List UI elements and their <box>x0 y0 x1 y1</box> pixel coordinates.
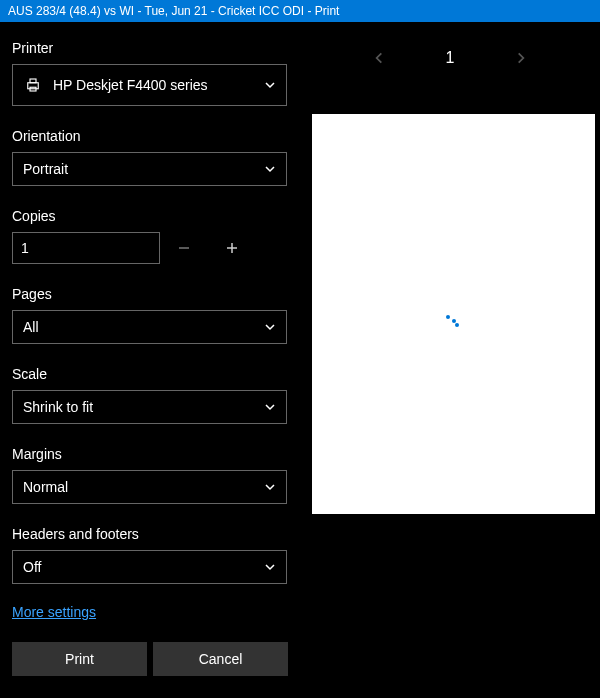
orientation-value: Portrait <box>23 161 68 177</box>
margins-select[interactable]: Normal <box>12 470 287 504</box>
headers-footers-label: Headers and footers <box>12 526 288 542</box>
scale-select[interactable]: Shrink to fit <box>12 390 287 424</box>
copies-label: Copies <box>12 208 288 224</box>
printer-select[interactable]: HP Deskjet F4400 series <box>12 64 287 106</box>
prev-page-button[interactable] <box>372 51 386 65</box>
dialog-content: Printer HP Deskjet F4400 series Orientat… <box>0 22 600 698</box>
printer-label: Printer <box>12 40 288 56</box>
scale-value: Shrink to fit <box>23 399 93 415</box>
copies-row <box>12 232 288 264</box>
cancel-button[interactable]: Cancel <box>153 642 288 676</box>
copies-decrement-button[interactable] <box>160 232 208 264</box>
page-number: 1 <box>446 49 455 67</box>
pages-value: All <box>23 319 39 335</box>
loading-spinner-icon <box>445 305 463 323</box>
margins-label: Margins <box>12 446 288 462</box>
settings-panel: Printer HP Deskjet F4400 series Orientat… <box>0 22 300 698</box>
headers-footers-select[interactable]: Off <box>12 550 287 584</box>
orientation-select[interactable]: Portrait <box>12 152 287 186</box>
printer-value: HP Deskjet F4400 series <box>53 77 208 93</box>
next-page-button[interactable] <box>514 51 528 65</box>
chevron-down-icon <box>264 79 276 91</box>
preview-page <box>312 114 595 514</box>
chevron-down-icon <box>264 481 276 493</box>
print-button[interactable]: Print <box>12 642 147 676</box>
more-settings-link[interactable]: More settings <box>12 604 96 620</box>
margins-value: Normal <box>23 479 68 495</box>
svg-rect-0 <box>28 83 39 89</box>
chevron-down-icon <box>264 321 276 333</box>
pages-label: Pages <box>12 286 288 302</box>
copies-increment-button[interactable] <box>208 232 256 264</box>
headers-footers-value: Off <box>23 559 41 575</box>
orientation-label: Orientation <box>12 128 288 144</box>
preview-pane: 1 <box>300 22 600 698</box>
copies-input[interactable] <box>12 232 160 264</box>
page-navigator: 1 <box>300 22 600 94</box>
printer-icon <box>23 76 43 94</box>
chevron-down-icon <box>264 561 276 573</box>
chevron-down-icon <box>264 401 276 413</box>
window-title: AUS 283/4 (48.4) vs WI - Tue, Jun 21 - C… <box>8 4 339 18</box>
scale-label: Scale <box>12 366 288 382</box>
window-titlebar: AUS 283/4 (48.4) vs WI - Tue, Jun 21 - C… <box>0 0 600 22</box>
pages-select[interactable]: All <box>12 310 287 344</box>
chevron-down-icon <box>264 163 276 175</box>
action-row: Print Cancel <box>12 642 288 676</box>
svg-rect-1 <box>30 79 36 83</box>
